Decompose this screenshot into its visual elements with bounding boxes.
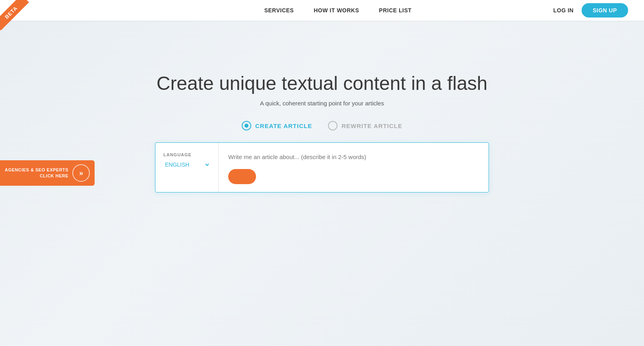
nav-price-list[interactable]: PRICE LIST bbox=[379, 7, 411, 14]
chevron-right-icon: » bbox=[79, 169, 83, 177]
form-card: LANGUAGE ENGLISH FRENCH SPANISH GERMAN I… bbox=[155, 142, 489, 192]
header: SERVICES HOW IT WORKS PRICE LIST LOG IN … bbox=[0, 0, 644, 21]
sidebar-tab-text: AGENCIES & SEO EXPERTS CLICK HERE bbox=[5, 167, 68, 179]
beta-label: BETA bbox=[0, 0, 29, 30]
signup-button[interactable]: SIGN UP bbox=[582, 3, 628, 17]
hero-title: Create unique textual content in a flash bbox=[157, 72, 488, 94]
nav-center: SERVICES HOW IT WORKS PRICE LIST bbox=[48, 7, 628, 14]
create-article-label: CREATE ARTICLE bbox=[255, 122, 312, 129]
language-label: LANGUAGE bbox=[163, 152, 210, 157]
sidebar-tab[interactable]: AGENCIES & SEO EXPERTS CLICK HERE » bbox=[0, 160, 95, 186]
input-panel bbox=[219, 143, 489, 192]
main-content: Create unique textual content in a flash… bbox=[0, 21, 644, 192]
hero-subtitle: A quick, coherent starting point for you… bbox=[260, 100, 384, 107]
login-link[interactable]: LOG IN bbox=[553, 7, 574, 14]
rewrite-article-radio[interactable] bbox=[328, 121, 338, 130]
sidebar-arrow-circle: » bbox=[72, 164, 90, 182]
create-article-option[interactable]: CREATE ARTICLE bbox=[242, 121, 312, 130]
rewrite-article-label: REWRITE ARTICLE bbox=[341, 122, 402, 129]
language-select[interactable]: ENGLISH FRENCH SPANISH GERMAN ITALIAN PO… bbox=[163, 161, 210, 168]
nav-services[interactable]: SERVICES bbox=[264, 7, 294, 14]
nav-right: LOG IN SIGN UP bbox=[553, 3, 628, 17]
language-panel: LANGUAGE ENGLISH FRENCH SPANISH GERMAN I… bbox=[155, 143, 219, 192]
go-button[interactable] bbox=[228, 169, 256, 184]
radio-group: CREATE ARTICLE REWRITE ARTICLE bbox=[242, 121, 402, 130]
beta-ribbon: BETA bbox=[0, 0, 36, 36]
rewrite-article-option[interactable]: REWRITE ARTICLE bbox=[328, 121, 402, 130]
nav-how-it-works[interactable]: HOW IT WORKS bbox=[314, 7, 359, 14]
create-article-radio[interactable] bbox=[242, 121, 251, 130]
article-input[interactable] bbox=[228, 151, 479, 163]
